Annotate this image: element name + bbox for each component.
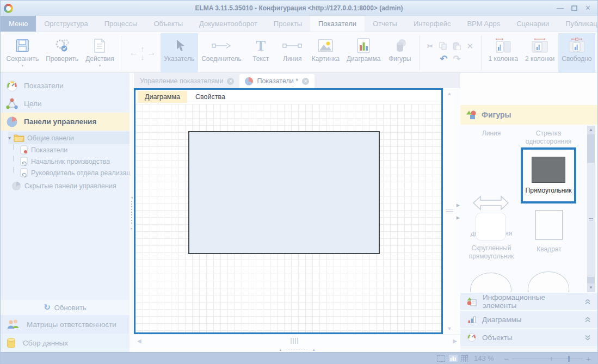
collapse-triangle-icon[interactable]: ▴ [313,348,315,352]
two-columns-button[interactable]: 2 колонки [521,33,558,72]
picture-tool-button[interactable]: Картинка [308,33,343,72]
paste-icon[interactable] [453,42,461,50]
tab-publication[interactable]: Публикация [557,16,598,32]
free-layout-button[interactable]: Свободно [558,33,595,72]
chevron-up-icon[interactable] [584,317,591,323]
tab-processes[interactable]: Процессы [96,16,146,32]
tree-item-indicators-panel[interactable]: Показатели [8,144,130,156]
actions-dropdown-icon[interactable]: ▾ [98,63,101,68]
tab-bpm-apps[interactable]: BPM Apps [459,16,508,32]
collapse-triangle-icon[interactable]: ▴ [279,348,281,352]
redo-icon[interactable]: ↷ [453,53,460,65]
tab-indicators-document[interactable]: Показатели * ✕ [239,74,315,88]
undo-icon[interactable]: ↶ [440,53,447,65]
save-button[interactable]: Сохранить ▾ [3,33,42,72]
shape-arrow-one-label[interactable]: Стрелка односторонняя [519,129,578,146]
pointer-tool-button[interactable]: Указатель [161,33,198,72]
sidebar-splitter[interactable]: ◂ ▸ [130,73,134,352]
canvas-grid[interactable] [135,104,441,332]
scroll-down-icon[interactable]: ▼ [587,283,595,292]
scroll-up-icon[interactable]: ▲ [447,90,452,97]
diagram-tool-button[interactable]: Диаграмма [343,33,384,72]
tab-orgstructure[interactable]: Оргструктура [36,16,96,32]
sidebar-item-hidden-dashboards[interactable]: Скрытые панели управления [8,180,130,193]
shapes-scrollbar[interactable]: ▲ ▼ [587,126,595,292]
check-button[interactable]: Проверить [42,33,82,72]
splitter-arrow-icon[interactable]: ▸ [457,201,460,209]
tab-interface[interactable]: Интерфейс [405,16,459,32]
actions-button[interactable]: Действия ▾ [82,33,118,72]
nav-down-icon[interactable]: ↓ [140,53,145,61]
maximize-button[interactable] [571,5,577,11]
cut-icon[interactable]: ✂ [427,41,434,51]
section-objects[interactable]: Объекты [460,329,597,346]
tab-diagram[interactable]: Диаграмма [138,91,187,103]
close-tab-icon[interactable]: ✕ [227,78,234,85]
tab-docflow[interactable]: Документооборот [191,16,266,32]
scrollbar-thumb[interactable] [587,163,595,277]
sidebar-item-indicators[interactable]: Показатели [1,77,130,95]
canvas-vertical-scrollbar[interactable]: ▲ ▼ [443,88,456,334]
scroll-right-icon[interactable]: ▶ [453,338,457,344]
close-button[interactable]: ✕ [585,1,591,16]
refresh-button[interactable]: ↻ Обновить [1,300,130,315]
connector-tool-button[interactable]: Соединитель [198,33,245,72]
splitter-arrow-icon[interactable]: ◂ [131,195,133,199]
grid-toggle-icon[interactable] [461,355,468,362]
copy-icon[interactable] [439,42,447,50]
scroll-left-icon[interactable]: ◀ [137,338,141,344]
chevron-up-icon[interactable] [584,299,591,305]
shape-square-label[interactable]: Квадрат [525,245,574,254]
shape-line-label[interactable]: Линия [468,129,515,138]
shape-ellipse[interactable] [470,273,511,292]
canvas-rectangle-shape[interactable] [188,131,380,254]
bottom-collapse-strip[interactable]: ▴ ········· ▴ [134,347,460,352]
zoom-in-icon[interactable]: + [586,354,591,363]
sidebar-item-goals[interactable]: Цели [1,95,130,113]
canvas-horizontal-scrollbar[interactable]: ◀ ▶ [134,334,460,347]
chart-view-icon[interactable] [449,355,458,362]
shape-arrow-two-sided[interactable] [472,194,509,212]
line-tool-button[interactable]: Линия [276,33,308,72]
shapes-tool-button[interactable]: Фигуры [384,33,416,72]
menu-button[interactable]: Меню [1,16,36,32]
tree-item-sales-head[interactable]: Руководитель отдела реализац [8,167,130,178]
nav-left-icon[interactable]: ← [129,47,138,58]
splitter-grip[interactable] [131,201,132,225]
splitter-arrow-icon[interactable]: ▸ [457,213,460,221]
tab-reports[interactable]: Отчеты [365,16,405,32]
shapes-panel-header[interactable]: Фигуры [460,105,597,125]
text-tool-button[interactable]: T Текст [245,33,276,72]
chevron-down-icon[interactable] [584,335,591,341]
zoom-slider[interactable]: − + [504,353,591,364]
scrollbar-grip[interactable] [291,338,298,344]
tree-item-common-panels[interactable]: ▾ Общие панели [8,132,130,144]
tab-indicators[interactable]: Показатели [310,16,365,32]
zoom-slider-track[interactable] [512,359,583,359]
scroll-up-icon[interactable]: ▲ [587,126,595,134]
delete-icon[interactable]: ✕ [466,41,473,51]
nav-right-icon[interactable]: → [147,47,156,58]
tab-properties[interactable]: Свойства [188,91,232,103]
diagram-canvas[interactable]: Диаграмма Свойства [134,88,443,334]
zoom-out-icon[interactable]: − [504,354,509,363]
scroll-down-icon[interactable]: ▼ [447,325,452,332]
nav-up-icon[interactable]: ↑ [140,45,145,53]
selection-mode-icon[interactable] [437,355,445,362]
scrollbar-grip[interactable] [446,209,453,213]
splitter-arrow-icon[interactable]: ▸ [131,226,133,230]
tab-indicator-management[interactable]: Управление показателями ✕ [134,74,239,88]
minimize-button[interactable]: — [557,1,564,16]
sidebar-item-matrices[interactable]: Матрицы ответственности [1,315,130,334]
sidebar-item-dashboards[interactable]: Панели управления [1,113,130,131]
tab-projects[interactable]: Проекты [266,16,310,32]
shape-rounded-rect-label[interactable]: Скругленный прямоугольник [463,244,520,261]
shape-ellipse[interactable] [528,272,569,292]
one-column-button[interactable]: 1 колонка [485,33,522,72]
section-diagrams[interactable]: Диаграммы [460,311,597,328]
sidebar-item-data-collection[interactable]: Сбор данных [1,334,130,352]
shape-square[interactable] [535,210,563,240]
tab-objects[interactable]: Объекты [145,16,191,32]
section-info-elements[interactable]: Информационные элементы [460,293,597,310]
collapse-caret-icon[interactable]: ▾ [8,135,11,141]
